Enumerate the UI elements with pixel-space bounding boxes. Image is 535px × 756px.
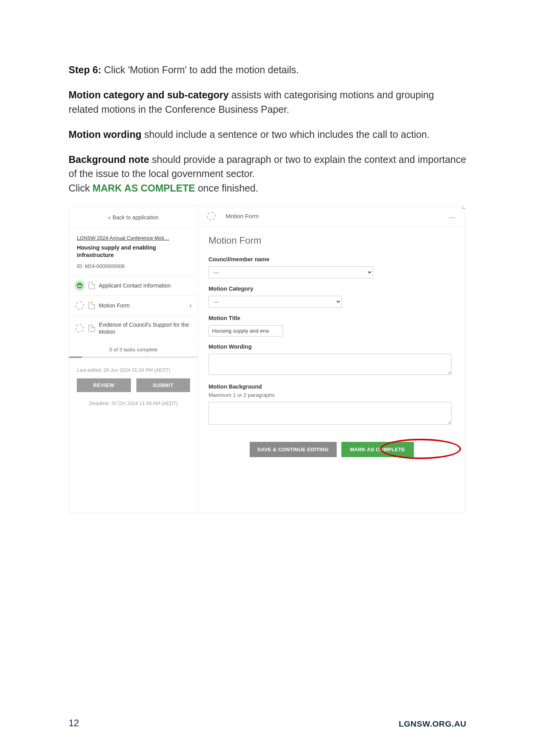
upload-icon [89,325,95,332]
main-header: Motion Form … [198,206,465,226]
app-screenshot: ‹Back to application LGNSW 2024 Annual C… [69,206,465,513]
task-label: Motion Form [99,302,190,309]
label-background: Motion Background [209,383,455,390]
step6-label: Step 6: [69,64,101,75]
submit-button[interactable]: SUBMIT [136,378,190,392]
mark-complete-inline: MARK AS COMPLETE [92,183,195,194]
page-number: 12 [69,718,79,729]
review-button[interactable]: REVIEW [77,378,131,392]
deadline-text: Deadline: 20 Oct 2024 11:59 AM (AEDT) [69,398,198,414]
task-label: Applicant Contact Information [99,282,192,289]
footer-site: LGNSW.ORG.AU [399,719,466,729]
background-label: Background note [69,154,149,165]
application-meta: LGNSW 2024 Annual Conference Moti… Housi… [69,228,198,276]
save-continue-button[interactable]: SAVE & CONTINUE EDITING [250,442,337,457]
task-label: Evidence of Council's Support for the Mo… [99,321,192,335]
form-body: Motion Form Council/member name --- Moti… [198,226,465,468]
application-id: ID: M24-0000000006 [77,263,190,269]
status-pending-icon [75,324,84,333]
main-panel: Motion Form … Motion Form Council/member… [198,206,465,513]
conference-link[interactable]: LGNSW 2024 Annual Conference Moti… [77,235,190,241]
chevron-right-icon: › [190,302,192,309]
back-label: Back to application [112,214,159,221]
label-category: Motion Category [209,286,455,292]
instruction-text: Step 6: Click 'Motion Form' to add the m… [69,63,466,195]
category-select[interactable]: --- [209,296,342,308]
status-pending-icon [75,301,84,310]
mark-complete-button[interactable]: MARK AS COMPLETE [341,442,414,457]
category-label: Motion category and sub-category [69,89,229,100]
tasks-complete-count: 0 of 3 tasks complete [69,341,198,357]
motion-wording-textarea[interactable] [209,354,452,375]
sidebar-task-evidence[interactable]: Evidence of Council's Support for the Mo… [69,316,198,341]
motion-title-input[interactable] [209,325,283,336]
back-to-application[interactable]: ‹Back to application [69,206,198,228]
document-icon [89,302,95,309]
more-options-icon[interactable]: … [448,212,456,220]
label-council: Council/member name [209,256,455,262]
label-wording: Motion Wording [209,344,455,350]
help-background: Maximum 1 or 2 paragraphs [209,392,455,398]
sidebar-task-motion-form[interactable]: Motion Form › [69,296,198,316]
chevron-left-icon: ‹ [108,214,110,221]
step6-text: Click 'Motion Form' to add the motion de… [101,64,299,75]
sidebar: ‹Back to application LGNSW 2024 Annual C… [69,206,198,513]
motion-background-textarea[interactable] [209,402,452,425]
click-suffix: once finished. [195,183,258,194]
document-icon [89,282,95,289]
wording-text: should include a sentence or two which i… [141,129,430,140]
status-complete-icon [75,281,84,290]
wording-label: Motion wording [69,129,141,140]
last-edited: Last edited: 28 Jun 2024 01:34 PM (AEST) [69,358,198,378]
application-title: Housing supply and enabling infrastructu… [77,244,190,259]
sidebar-task-applicant-contact[interactable]: Applicant Contact Information [69,276,198,296]
click-prefix: Click [69,183,92,194]
council-select[interactable]: --- [209,266,373,279]
status-pending-icon [207,212,216,221]
form-title: Motion Form [209,235,455,246]
label-motion-title: Motion Title [209,315,455,321]
main-header-title: Motion Form [226,213,448,219]
page-footer: 12 LGNSW.ORG.AU [69,718,466,729]
